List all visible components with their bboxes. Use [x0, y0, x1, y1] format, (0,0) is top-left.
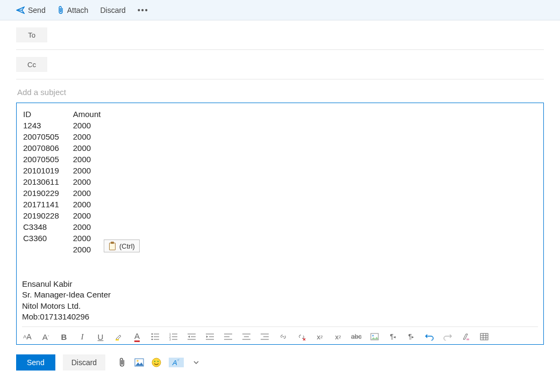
undo-icon[interactable] [425, 332, 434, 341]
align-right-icon[interactable] [261, 332, 269, 341]
highlight-icon[interactable] [114, 332, 123, 341]
cell-id: 20171141 [23, 200, 67, 210]
formatting-toggle-icon[interactable]: A [169, 358, 184, 367]
cell-amount: 2000 [68, 211, 109, 221]
bullet-list-icon[interactable] [151, 332, 160, 341]
header-amount: Amount [68, 110, 109, 120]
attach-icon[interactable] [117, 358, 127, 367]
outdent-icon[interactable] [188, 332, 196, 341]
svg-point-40 [152, 358, 161, 367]
italic-icon[interactable]: I [78, 332, 87, 341]
cell-id: 1243 [23, 121, 67, 131]
cell-amount: 2000 [68, 166, 109, 176]
discard-top-label: Discard [100, 6, 125, 14]
subject-input[interactable] [16, 87, 544, 97]
insert-image-icon[interactable] [370, 332, 379, 341]
cc-row: Cc [16, 50, 544, 79]
signature-name: Ensanul Kabir [22, 279, 538, 289]
cell-id: C3360 [23, 234, 67, 244]
table-row: 200705052000 [23, 155, 108, 165]
cell-amount: 2000 [68, 121, 109, 131]
cell-amount: 2000 [68, 188, 109, 199]
cell-id: 20190229 [23, 188, 67, 199]
recipients-section: To Cc [0, 20, 560, 79]
cell-amount: 2000 [68, 143, 109, 154]
number-list-icon[interactable]: 123 [169, 332, 178, 341]
signature-mobile: Mob:01713140296 [22, 311, 538, 322]
strikethrough-icon[interactable]: abc [352, 332, 361, 341]
indent-icon[interactable] [206, 332, 214, 341]
cell-amount: 2000 [68, 234, 109, 244]
cell-id: 20070505 [23, 132, 67, 142]
unlink-icon[interactable] [297, 332, 306, 341]
discard-top-button[interactable]: Discard [100, 6, 125, 14]
to-row: To [16, 20, 544, 50]
cc-button[interactable]: Cc [16, 57, 47, 72]
cell-amount: 2000 [68, 200, 109, 210]
send-button[interactable]: Send [16, 354, 55, 371]
table-icon[interactable] [480, 332, 489, 341]
svg-point-42 [157, 361, 159, 362]
discard-button[interactable]: Discard [63, 354, 105, 371]
superscript-icon[interactable]: x2 [315, 332, 324, 341]
attach-top-label: Attach [67, 6, 89, 14]
align-center-icon[interactable] [242, 332, 251, 341]
bottom-icon-set: A [117, 358, 201, 367]
font-size-icon[interactable]: AA [23, 332, 32, 341]
svg-rect-1 [116, 339, 119, 340]
compose-bottom-bar: Send Discard A [0, 347, 560, 378]
table-row: 201010192000 [23, 166, 108, 176]
signature-title: Sr. Manager-Idea Center [22, 289, 538, 300]
send-top-label: Send [28, 6, 46, 14]
font-style-icon[interactable]: Aˇ [41, 332, 50, 341]
table-row: C33602000 [23, 234, 108, 244]
clipboard-icon [109, 242, 116, 250]
picture-icon[interactable] [134, 358, 144, 367]
signature-company: Nitol Motors Ltd. [22, 301, 538, 311]
emoji-icon[interactable] [152, 358, 161, 367]
to-input[interactable] [55, 30, 544, 40]
cell-id: 20070806 [23, 143, 67, 154]
subscript-icon[interactable]: x2 [334, 332, 342, 341]
cell-id: 20190228 [23, 211, 67, 221]
cell-id: 20130611 [23, 177, 67, 187]
svg-point-32 [372, 335, 374, 337]
to-button[interactable]: To [16, 27, 47, 42]
attach-top-button[interactable]: Attach [58, 6, 89, 14]
link-icon[interactable] [279, 332, 288, 341]
redo-icon[interactable] [443, 332, 452, 341]
pasted-table: ID Amount 124320002007050520002007080620… [22, 108, 109, 256]
cell-id [23, 245, 67, 255]
email-signature: Ensanul Kabir Sr. Manager-Idea Center Ni… [22, 279, 538, 322]
clear-format-icon[interactable] [462, 332, 470, 341]
cell-amount: 2000 [68, 222, 109, 233]
table-row: 201711412000 [23, 200, 108, 210]
cell-amount: 2000 [68, 177, 109, 187]
rtl-icon[interactable]: ¶▸ [407, 332, 415, 341]
cc-input[interactable] [55, 60, 544, 69]
align-left-icon[interactable] [224, 332, 233, 341]
header-id: ID [23, 110, 67, 120]
message-body[interactable]: ID Amount 124320002007050520002007080620… [16, 103, 544, 345]
ltr-icon[interactable]: ¶◂ [389, 332, 397, 341]
cell-id: C3348 [23, 222, 67, 233]
bold-icon[interactable]: B [60, 332, 68, 341]
table-header-row: ID Amount [23, 110, 108, 120]
table-row: 200705052000 [23, 132, 108, 142]
svg-text:A: A [172, 359, 177, 367]
svg-point-41 [154, 361, 155, 362]
paste-options-button[interactable]: (Ctrl) [104, 239, 140, 252]
more-options-chevron-icon[interactable] [191, 358, 201, 367]
more-actions-button[interactable]: ••• [138, 6, 149, 14]
cell-id: 20101019 [23, 166, 67, 176]
send-top-button[interactable]: Send [16, 6, 46, 14]
underline-icon[interactable]: U [96, 332, 105, 341]
svg-point-6 [152, 339, 153, 340]
format-toolbar: AA Aˇ B I U A 123 x2 x2 abc ¶◂ ¶▸ [22, 326, 538, 343]
table-row: C33482000 [23, 222, 108, 233]
font-color-icon[interactable]: A [133, 332, 141, 341]
table-row: 12432000 [23, 121, 108, 131]
cell-amount: 2000 [68, 245, 109, 255]
send-icon [16, 6, 25, 14]
table-row: 201306112000 [23, 177, 108, 187]
